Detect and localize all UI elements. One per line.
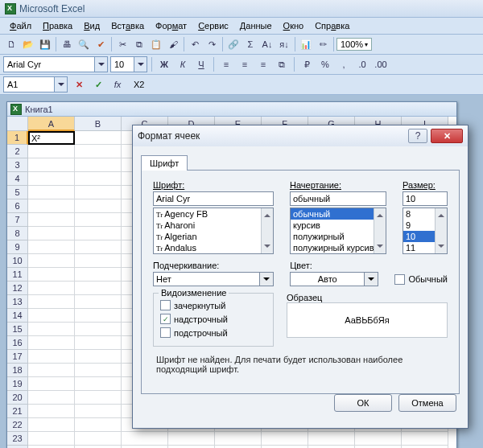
dialog-close-button[interactable]: ✕: [431, 129, 463, 143]
scrollbar[interactable]: [435, 208, 447, 253]
menu-file[interactable]: Файл: [5, 19, 36, 32]
sum-icon[interactable]: Σ: [242, 36, 258, 52]
drawing-icon[interactable]: ✏: [315, 36, 331, 52]
dec-dec-icon[interactable]: .00: [373, 56, 389, 72]
cell[interactable]: [28, 364, 75, 377]
redo-icon[interactable]: ↷: [204, 36, 220, 52]
select-all-corner[interactable]: [7, 117, 28, 131]
col-header[interactable]: A: [28, 117, 75, 131]
chart-icon[interactable]: 📊: [298, 36, 314, 52]
ok-button[interactable]: ОК: [334, 394, 392, 412]
dialog-help-button[interactable]: ?: [408, 129, 427, 143]
row-header[interactable]: 15: [7, 323, 28, 336]
percent-icon[interactable]: %: [317, 56, 333, 72]
comma-icon[interactable]: ,: [336, 56, 352, 72]
align-right-icon[interactable]: ≡: [255, 56, 271, 72]
cell[interactable]: [28, 213, 75, 227]
cell[interactable]: [262, 432, 308, 446]
scrollbar[interactable]: [261, 208, 273, 253]
row-header[interactable]: 5: [7, 186, 28, 199]
list-item[interactable]: TrAndalus: [154, 242, 273, 253]
cell[interactable]: [28, 186, 75, 199]
menu-data[interactable]: Данные: [235, 19, 277, 32]
menu-view[interactable]: Вид: [79, 19, 105, 32]
merge-icon[interactable]: ⧉: [274, 56, 290, 72]
cell[interactable]: [75, 213, 122, 227]
cell[interactable]: [75, 295, 122, 309]
italic-button[interactable]: К: [175, 56, 191, 72]
menu-edit[interactable]: Правка: [38, 19, 77, 32]
cell[interactable]: [168, 432, 215, 446]
cell[interactable]: [28, 323, 75, 336]
new-icon[interactable]: 🗋: [3, 36, 19, 52]
list-item[interactable]: TrAlgerian: [154, 231, 273, 242]
link-icon[interactable]: 🔗: [225, 36, 242, 52]
menu-tools[interactable]: Сервис: [193, 19, 233, 32]
open-icon[interactable]: 📂: [20, 36, 36, 52]
cell[interactable]: [75, 309, 122, 323]
align-left-icon[interactable]: ≡: [218, 56, 234, 72]
cut-icon[interactable]: ✂: [114, 36, 130, 52]
preview-icon[interactable]: 🔍: [76, 36, 92, 52]
row-header[interactable]: 12: [7, 282, 28, 295]
cell[interactable]: [75, 172, 122, 186]
cancel-entry-icon[interactable]: ✕: [71, 76, 87, 92]
strike-checkbox[interactable]: [160, 300, 171, 310]
cell[interactable]: [75, 240, 122, 254]
fmtpaint-icon[interactable]: 🖌: [165, 36, 181, 52]
cell[interactable]: [28, 405, 75, 418]
sort-asc-icon[interactable]: A↓: [259, 36, 275, 52]
cell[interactable]: [28, 377, 75, 391]
cell[interactable]: [28, 295, 75, 309]
cell[interactable]: [75, 131, 122, 145]
cell[interactable]: [28, 350, 75, 364]
cell[interactable]: [75, 336, 122, 350]
list-item[interactable]: полужирный курсив: [291, 242, 386, 253]
cell[interactable]: X²: [28, 131, 75, 145]
font-size-input[interactable]: 10: [402, 191, 448, 206]
sub-checkbox[interactable]: [160, 327, 171, 338]
spell-icon[interactable]: ✔: [93, 36, 109, 52]
row-header[interactable]: 10: [7, 254, 28, 268]
dialog-titlebar[interactable]: Формат ячеек ? ✕: [133, 125, 468, 146]
cell[interactable]: [308, 432, 355, 446]
cell[interactable]: [28, 418, 75, 432]
font-style-list[interactable]: обычныйкурсивполужирныйполужирный курсив: [290, 208, 386, 254]
row-header[interactable]: 17: [7, 350, 28, 364]
paste-icon[interactable]: 📋: [148, 36, 164, 52]
cell[interactable]: [75, 227, 122, 240]
underline-button[interactable]: Ч: [193, 56, 209, 72]
workbook-titlebar[interactable]: Книга1: [7, 102, 456, 117]
align-center-icon[interactable]: ≡: [237, 56, 253, 72]
tab-font[interactable]: Шрифт: [141, 155, 188, 171]
row-header[interactable]: 9: [7, 240, 28, 254]
cell[interactable]: [75, 418, 122, 432]
cell[interactable]: [28, 309, 75, 323]
row-header[interactable]: 3: [7, 158, 28, 172]
bold-button[interactable]: Ж: [156, 56, 172, 72]
cell[interactable]: [75, 350, 122, 364]
list-item[interactable]: TrAharoni: [154, 220, 273, 231]
cell[interactable]: [75, 377, 122, 391]
cell[interactable]: [75, 432, 122, 446]
save-icon[interactable]: 💾: [37, 36, 53, 52]
cell[interactable]: [28, 391, 75, 405]
cell[interactable]: [75, 199, 122, 213]
cell[interactable]: [28, 240, 75, 254]
row-header[interactable]: 21: [7, 405, 28, 418]
enter-entry-icon[interactable]: ✓: [90, 76, 106, 92]
row-header[interactable]: 11: [7, 268, 28, 282]
inc-dec-icon[interactable]: .0: [354, 56, 370, 72]
zoom-combo[interactable]: 100%▾: [336, 38, 372, 51]
cell[interactable]: [75, 364, 122, 377]
list-item[interactable]: полужирный: [291, 231, 386, 242]
cell[interactable]: [75, 282, 122, 295]
cell[interactable]: [355, 432, 402, 446]
super-checkbox[interactable]: ✓: [160, 314, 171, 324]
print-icon[interactable]: 🖶: [59, 36, 75, 52]
scrollbar[interactable]: [374, 208, 386, 253]
color-combo[interactable]: Авто: [290, 272, 378, 286]
menu-window[interactable]: Окно: [279, 19, 309, 32]
cell[interactable]: [28, 432, 75, 446]
cell[interactable]: [28, 172, 75, 186]
